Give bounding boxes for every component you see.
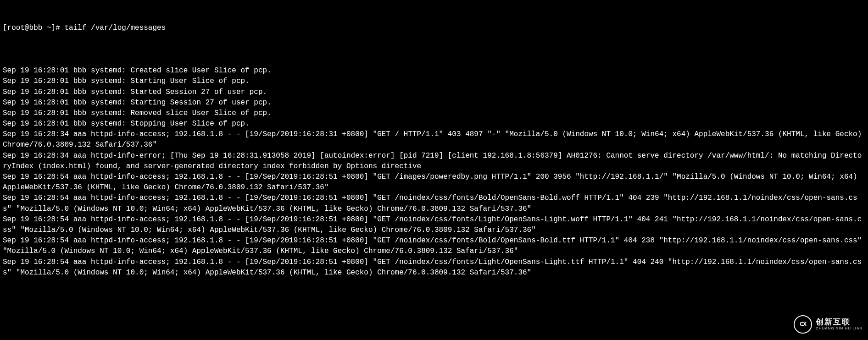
watermark-logo-icon: CX (794, 315, 812, 334)
log-line: Sep 19 16:28:54 aaa httpd-info-access; 1… (3, 236, 865, 257)
log-line: Sep 19 16:28:54 aaa httpd-info-access; 1… (3, 214, 865, 236)
log-line: Sep 19 16:28:01 bbb systemd: Starting Se… (3, 98, 865, 108)
log-line: Sep 19 16:28:01 bbb systemd: Stopping Us… (3, 119, 865, 129)
log-line: Sep 19 16:28:54 aaa httpd-info-access; 1… (3, 193, 865, 214)
watermark-text: 创新互联 CHUANG XIN HU LIAN (816, 318, 862, 330)
log-line: Sep 19 16:28:01 bbb systemd: Starting Us… (3, 76, 865, 87)
watermark-cn: 创新互联 (816, 318, 862, 327)
watermark: CX 创新互联 CHUANG XIN HU LIAN (794, 315, 862, 334)
shell-prompt-line: [root@bbb ~]# tailf /var/log/messages (3, 23, 865, 33)
log-line: Sep 19 16:28:01 bbb systemd: Created sli… (3, 66, 865, 76)
log-line: Sep 19 16:28:34 aaa httpd-info-error; [T… (3, 151, 865, 172)
log-line: Sep 19 16:28:01 bbb systemd: Removed sli… (3, 108, 865, 119)
log-line: Sep 19 16:28:54 aaa httpd-info-access; 1… (3, 172, 865, 193)
log-lines-container: Sep 19 16:28:01 bbb systemd: Created sli… (3, 66, 865, 278)
watermark-py: CHUANG XIN HU LIAN (816, 327, 862, 331)
log-line: Sep 19 16:28:34 aaa httpd-info-access; 1… (3, 129, 865, 150)
log-line: Sep 19 16:28:54 aaa httpd-info-access; 1… (3, 257, 865, 278)
terminal-output[interactable]: [root@bbb ~]# tailf /var/log/messages Se… (0, 0, 868, 291)
log-line: Sep 19 16:28:01 bbb systemd: Started Ses… (3, 87, 865, 98)
